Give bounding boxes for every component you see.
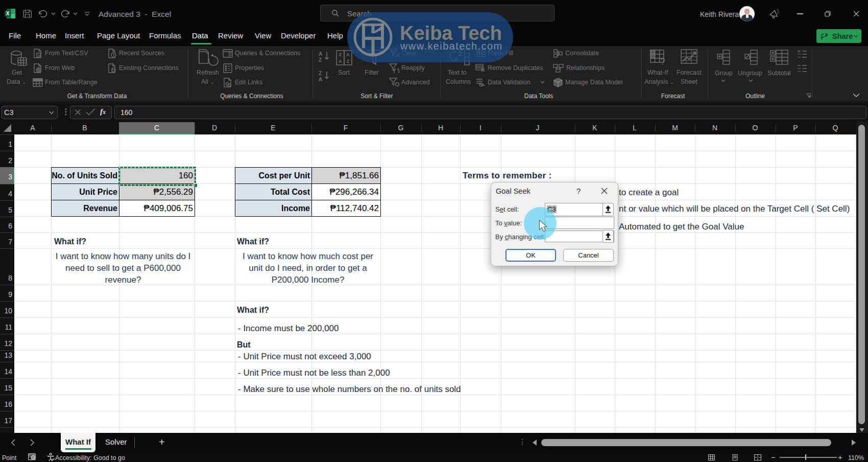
svg-text:A: A	[339, 59, 342, 64]
svg-text:Z: Z	[339, 52, 342, 57]
svg-text:a: a	[38, 54, 40, 57]
svg-text:Z: Z	[319, 57, 322, 62]
svg-text:Z: Z	[319, 71, 322, 76]
svg-text:X: X	[6, 11, 10, 16]
svg-text:Z: Z	[347, 59, 350, 64]
svg-text:A: A	[319, 51, 322, 57]
svg-text:A: A	[319, 77, 322, 82]
svg-text:?: ?	[661, 57, 665, 66]
svg-text:A: A	[346, 52, 350, 57]
